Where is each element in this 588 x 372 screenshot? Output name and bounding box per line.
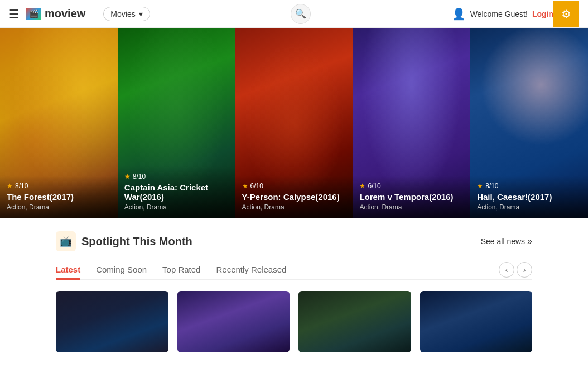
rating-value: 8/10 xyxy=(485,182,498,190)
banner-overlay: ★ 6/10 Lorem v Tempora(2016) Action, Dra… xyxy=(353,175,470,218)
tab-prev-button[interactable]: ‹ xyxy=(499,262,514,278)
welcome-text: Welcome Guest! xyxy=(470,9,528,18)
tv-icon: 📺 xyxy=(60,235,72,247)
rating-value: 8/10 xyxy=(133,173,146,180)
section-title: Spotlight This Month xyxy=(81,235,192,248)
banner-title: The Forest(2017) xyxy=(7,192,111,202)
banner-rating: ★ 6/10 xyxy=(359,182,464,190)
header: ☰ 🎬 moview Movies ▾ 🔍 👤 Welcome Guest! L… xyxy=(0,0,588,28)
tabs-bar: Latest Coming Soon Top Rated Recently Re… xyxy=(56,260,532,280)
banner-title: Hail, Caesar!(2017) xyxy=(477,192,581,202)
star-icon: ★ xyxy=(359,182,365,190)
banner-item[interactable]: ★ 6/10 Y-Person: Calypse(2016) Action, D… xyxy=(235,28,353,218)
movies-dropdown[interactable]: Movies ▾ xyxy=(103,7,150,21)
movie-card[interactable] xyxy=(298,291,411,352)
tab-next-button[interactable]: › xyxy=(517,262,532,278)
star-icon: ★ xyxy=(477,182,483,190)
banner-genre: Action, Drama xyxy=(124,203,229,211)
banner-genre: Action, Drama xyxy=(359,203,464,211)
banner-item[interactable]: ★ 6/10 Lorem v Tempora(2016) Action, Dra… xyxy=(353,28,470,218)
settings-button[interactable]: ⚙ xyxy=(553,1,579,27)
star-icon: ★ xyxy=(7,182,13,190)
movie-card-image xyxy=(177,291,290,352)
banner-genre: Action, Drama xyxy=(7,203,111,211)
tab-recently-released[interactable]: Recently Released xyxy=(216,260,286,279)
chevron-down-icon: ▾ xyxy=(139,9,143,18)
banner-title: Captain Asia: Cricket War(2016) xyxy=(124,183,229,202)
banner-overlay: ★ 6/10 Y-Person: Calypse(2016) Action, D… xyxy=(235,175,353,218)
banner-genre: Action, Drama xyxy=(242,203,346,211)
spotlight-section: 📺 Spotlight This Month See all news » La… xyxy=(0,218,588,361)
search-icon: 🔍 xyxy=(295,8,306,19)
banner-rating: ★ 8/10 xyxy=(7,182,111,190)
logo: 🎬 moview xyxy=(26,7,85,20)
banner-title: Lorem v Tempora(2016) xyxy=(359,192,464,202)
see-all-arrow-icon: » xyxy=(527,236,532,246)
spotlight-icon: 📺 xyxy=(56,231,76,251)
movie-grid xyxy=(56,291,532,352)
movie-card[interactable] xyxy=(177,291,290,352)
movie-card-image xyxy=(420,291,533,352)
tab-coming-soon[interactable]: Coming Soon xyxy=(96,260,147,279)
star-icon: ★ xyxy=(124,173,131,180)
hamburger-menu[interactable]: ☰ xyxy=(9,7,19,21)
section-title-group: 📺 Spotlight This Month xyxy=(56,231,192,251)
header-right: 👤 Welcome Guest! Login xyxy=(452,7,553,21)
header-left: ☰ 🎬 moview Movies ▾ xyxy=(9,7,150,21)
logo-text: moview xyxy=(45,7,85,20)
banner-genre: Action, Drama xyxy=(477,203,581,211)
see-all-link[interactable]: See all news » xyxy=(481,236,532,246)
gear-icon: ⚙ xyxy=(561,7,571,21)
movie-card-image xyxy=(56,291,168,352)
movie-banner: ★ 8/10 The Forest(2017) Action, Drama ★ … xyxy=(0,28,588,218)
banner-overlay: ★ 8/10 Captain Asia: Cricket War(2016) A… xyxy=(118,166,235,218)
login-link[interactable]: Login xyxy=(532,9,553,18)
banner-item[interactable]: ★ 8/10 The Forest(2017) Action, Drama xyxy=(0,28,118,218)
banner-item[interactable]: ★ 8/10 Hail, Caesar!(2017) Action, Drama xyxy=(470,28,588,218)
rating-value: 6/10 xyxy=(368,182,380,190)
movie-card[interactable] xyxy=(420,291,533,352)
banner-overlay: ★ 8/10 Hail, Caesar!(2017) Action, Drama xyxy=(470,175,588,218)
dropdown-label: Movies xyxy=(110,9,135,18)
star-icon: ★ xyxy=(242,182,248,190)
tab-top-rated[interactable]: Top Rated xyxy=(162,260,200,279)
header-center: 🔍 xyxy=(150,4,452,24)
rating-value: 8/10 xyxy=(15,182,28,190)
section-header: 📺 Spotlight This Month See all news » xyxy=(56,231,532,251)
movie-card-image xyxy=(298,291,411,352)
banner-item[interactable]: ★ 8/10 Captain Asia: Cricket War(2016) A… xyxy=(118,28,235,218)
tab-navigation: ‹ › xyxy=(499,262,532,278)
banner-rating: ★ 8/10 xyxy=(124,173,229,180)
banner-overlay: ★ 8/10 The Forest(2017) Action, Drama xyxy=(0,175,118,218)
banner-rating: ★ 8/10 xyxy=(477,182,581,190)
banner-title: Y-Person: Calypse(2016) xyxy=(242,192,346,202)
banner-rating: ★ 6/10 xyxy=(242,182,346,190)
see-all-label: See all news xyxy=(481,237,525,246)
search-button[interactable]: 🔍 xyxy=(291,4,311,24)
logo-icon: 🎬 xyxy=(26,8,41,20)
rating-value: 6/10 xyxy=(250,182,263,190)
user-icon: 👤 xyxy=(452,7,466,21)
tab-latest[interactable]: Latest xyxy=(56,260,80,279)
movie-card[interactable] xyxy=(56,291,168,352)
